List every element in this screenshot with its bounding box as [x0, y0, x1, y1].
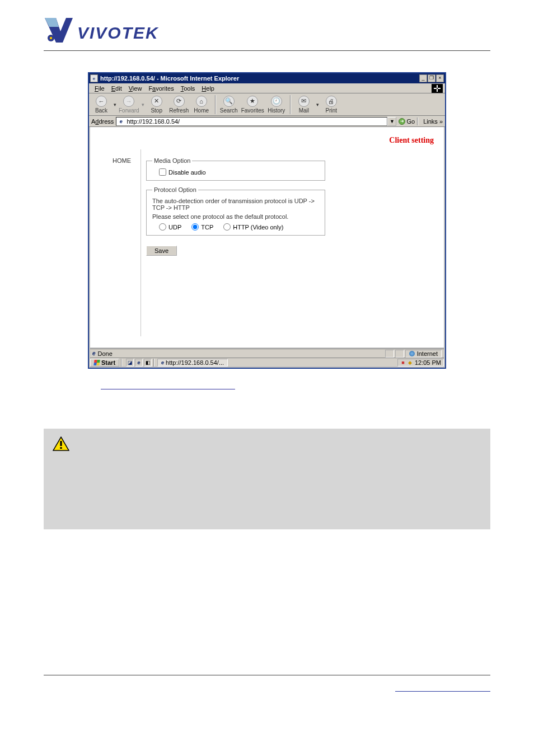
footer-underline [395, 691, 490, 692]
disable-audio-label: Disable audio [168, 169, 206, 176]
throbber-icon [432, 84, 443, 93]
ie-icon: e [90, 74, 98, 82]
status-pane-1 [385, 350, 394, 358]
ql-item-1[interactable]: ◪ [126, 359, 134, 367]
globe-icon [409, 351, 415, 356]
statusbar: e Done Internet [90, 349, 444, 358]
protocol-option-fieldset: Protocol Option The auto-detection order… [146, 186, 325, 236]
mail-button[interactable]: ✉Mail [294, 96, 314, 114]
tcp-label: TCP [201, 224, 213, 231]
quick-launch: ◪ e ◧ [126, 359, 152, 367]
ql-item-2[interactable]: e [135, 359, 143, 367]
go-button[interactable]: ➜Go [399, 118, 415, 125]
taskbar-task[interactable]: e http://192.168.0.54/... [157, 359, 228, 367]
svg-rect-8 [60, 447, 62, 449]
status-text: Done [98, 350, 113, 357]
status-zone: Internet [405, 350, 442, 358]
protocol-text-1: The auto-detection order of transmission… [152, 198, 319, 211]
udp-radio[interactable] [159, 223, 166, 231]
svg-rect-7 [60, 441, 62, 446]
media-option-legend: Media Option [152, 157, 192, 164]
tray-clock: 12:05 PM [415, 359, 441, 366]
maximize-button[interactable]: ❐ [428, 74, 435, 82]
status-ie-icon: e [92, 350, 96, 356]
tray-icon-1[interactable]: ■ [400, 360, 406, 365]
refresh-button[interactable]: ⟳Refresh [169, 96, 189, 114]
underline-rule [101, 389, 235, 389]
media-option-fieldset: Media Option Disable audio [146, 157, 325, 181]
favorites-button[interactable]: ★Favorites [241, 96, 264, 114]
tray-icon-2[interactable]: ◆ [407, 360, 413, 365]
menubar: File Edit View Favorites Tools Help [89, 83, 445, 93]
ql-item-3[interactable]: ◧ [144, 359, 152, 367]
http-label: HTTP (Video only) [233, 224, 283, 231]
disable-audio-checkbox[interactable] [159, 168, 166, 176]
address-label: Address [91, 118, 114, 125]
header-rule [44, 50, 490, 51]
menu-help[interactable]: Help [198, 85, 218, 92]
ie-window: e http://192.168.0.54/ - Microsoft Inter… [88, 72, 446, 369]
task-ie-icon: e [161, 360, 164, 365]
home-link[interactable]: HOME [113, 157, 131, 164]
menu-tools[interactable]: Tools [177, 85, 199, 92]
home-button[interactable]: ⌂Home [191, 96, 212, 114]
logo-text: VIVOTEK [77, 25, 159, 41]
status-pane-2 [395, 350, 404, 358]
window-title: http://192.168.0.54/ - Microsoft Interne… [100, 75, 419, 82]
protocol-option-legend: Protocol Option [152, 186, 198, 193]
windows-flag-icon [93, 360, 100, 365]
warning-box [44, 429, 490, 529]
menu-edit[interactable]: Edit [108, 85, 125, 92]
titlebar: e http://192.168.0.54/ - Microsoft Inter… [89, 73, 445, 83]
search-button[interactable]: 🔍Search [219, 96, 239, 114]
http-radio[interactable] [223, 223, 231, 231]
page-content: Client setting HOME Media Option Disable… [90, 127, 444, 348]
page-header-logo: VIVOTEK [0, 0, 534, 47]
menu-view[interactable]: View [125, 85, 146, 92]
start-button[interactable]: Start [90, 359, 119, 367]
svg-rect-2 [434, 88, 437, 89]
menu-file[interactable]: File [91, 85, 108, 92]
system-tray: ■ ◆ 12:05 PM [397, 359, 444, 367]
close-button[interactable]: × [436, 74, 444, 82]
forward-button: →Forward [119, 96, 139, 114]
svg-rect-4 [437, 85, 438, 88]
save-button[interactable]: Save [146, 246, 177, 256]
ie-page-icon: e [118, 118, 124, 125]
logo-mark [44, 16, 74, 44]
footer-rule [44, 675, 490, 675]
stop-button[interactable]: ✕Stop [147, 96, 167, 114]
udp-label: UDP [168, 224, 181, 231]
warning-icon [53, 436, 69, 451]
history-button[interactable]: 🕘History [266, 96, 287, 114]
print-button[interactable]: 🖨Print [321, 96, 341, 114]
address-dropdown[interactable]: ▼ [387, 117, 396, 126]
svg-rect-3 [438, 88, 441, 89]
svg-point-1 [50, 37, 52, 39]
vertical-separator [140, 149, 141, 336]
taskbar: Start ◪ e ◧ e http://192.168.0.54/... ■ … [90, 358, 444, 367]
tcp-radio[interactable] [191, 223, 199, 231]
menu-favorites[interactable]: Favorites [145, 85, 177, 92]
toolbar: ←Back ▾ →Forward ▾ ✕Stop ⟳Refresh ⌂Home … [89, 93, 445, 116]
links-label[interactable]: Links » [423, 118, 443, 125]
back-button[interactable]: ←Back [91, 96, 111, 114]
minimize-button[interactable]: _ [419, 74, 427, 82]
addressbar: Address e http://192.168.0.54/ ▼ ➜Go Lin… [89, 116, 445, 127]
protocol-text-2: Please select one protocol as the defaul… [152, 213, 319, 220]
svg-rect-5 [437, 89, 438, 92]
address-input[interactable]: e http://192.168.0.54/ [116, 117, 387, 126]
page-title: Client setting [389, 136, 434, 145]
